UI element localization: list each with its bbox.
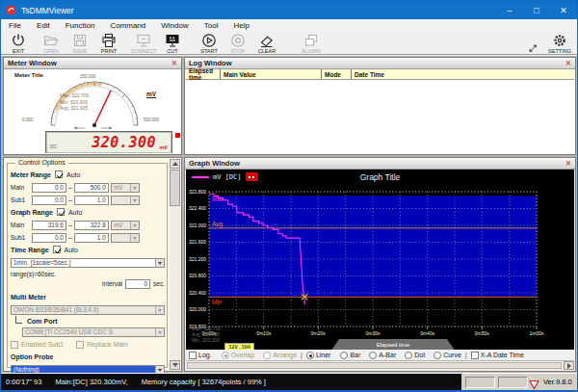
legend-series-line (192, 176, 209, 178)
toolbar-cut-button[interactable]: CUT (158, 33, 187, 54)
scroll-right-icon[interactable] (564, 361, 574, 370)
meter-range-auto-checkbox[interactable] (55, 170, 63, 178)
menu-command[interactable]: Command (102, 21, 153, 30)
scroll-up-icon[interactable] (170, 159, 180, 169)
app-icon (6, 5, 16, 15)
style-bar-radio[interactable]: Bar (340, 352, 360, 359)
chevron-down-icon[interactable] (155, 328, 164, 336)
monitor-connect-icon (136, 33, 151, 48)
graph-range-main-from[interactable]: 319.6 (32, 221, 66, 230)
maximize-button[interactable]: □ (523, 1, 550, 19)
menu-window[interactable]: Window (153, 21, 196, 30)
power-icon (11, 33, 26, 48)
control-options-scrollbar[interactable] (170, 159, 180, 370)
menu-function[interactable]: Function (58, 21, 103, 30)
toolbar-setting-button[interactable]: SETTING (547, 33, 572, 54)
close-button[interactable]: ✕ (550, 1, 577, 19)
style-dot-radio[interactable]: Dot (405, 352, 425, 359)
version-label: Ver.9.8.0 (543, 378, 572, 386)
scroll-down-icon[interactable] (170, 360, 180, 370)
svg-text:Avg: Avg (212, 221, 223, 228)
status-elapsed: 0:00'17" 93 (6, 378, 41, 386)
graph-range-sub1-unit-combo[interactable] (111, 233, 140, 243)
meter-range-main-unit-combo[interactable]: mV (111, 183, 140, 193)
time-range-preset-combo[interactable]: 1min. [1scale=5sec.] (11, 258, 165, 268)
option-probe-label: Option Probe (11, 353, 53, 360)
graph-range-sub1-from[interactable]: 0.0 (32, 233, 66, 243)
toolbar-connect-button[interactable]: CONNECT (129, 33, 158, 54)
log-col-date-time[interactable]: Date Time (351, 69, 574, 79)
meter-range-sub1-from[interactable]: 0.0 (32, 196, 66, 205)
gauge-scale-min: 0.000 (22, 118, 33, 122)
graph-range-auto-checkbox[interactable] (57, 208, 65, 216)
toolbar-resize-button[interactable] (526, 35, 539, 54)
gauge-needle (94, 91, 111, 125)
menu-help[interactable]: Help (225, 21, 256, 30)
chevron-down-icon[interactable] (130, 196, 139, 204)
log-col-main-value[interactable]: Main Value (220, 69, 321, 79)
style-abar-radio[interactable]: A-Bar (369, 352, 396, 359)
menu-bar: File Edit Function Command Window Tool H… (1, 19, 577, 32)
style-liner-radio[interactable]: Liner (306, 352, 331, 359)
meter-range-main-from[interactable]: 0.0 (32, 183, 66, 193)
meter-range-sub1-to[interactable]: 1.0 (74, 196, 109, 205)
scrollbar-thumb[interactable] (187, 362, 562, 369)
meter-range-main-to[interactable]: 500.0 (74, 183, 109, 193)
toolbar-open-button[interactable]: OPEN (37, 33, 66, 54)
resize-arrow-icon (527, 42, 539, 54)
log-col-elapsed[interactable]: Elapsed time (186, 69, 220, 79)
arrange-radio[interactable]: Arrange (263, 352, 297, 359)
time-range-auto-checkbox[interactable] (53, 246, 61, 253)
scrollbar-thumb[interactable] (170, 170, 180, 206)
close-icon[interactable]: ✕ (565, 59, 571, 67)
com-port-label: Com Port (27, 318, 58, 325)
toolbar-clear-button[interactable]: CLEAR (252, 33, 281, 54)
multi-meter-combo[interactable]: OWON B33/B35/B41 (BLE4.0) (11, 305, 165, 315)
chevron-down-icon[interactable] (155, 306, 164, 314)
graph-range-main-unit-combo[interactable]: mV (111, 221, 140, 230)
toolbar-exit-button[interactable]: EXIT (4, 33, 33, 54)
control-options-title: Control Options (15, 159, 68, 166)
floppy-icon (72, 33, 88, 48)
status-text-area: 0:00'17" 93 Main:[DC] 320.300mV, Memory … (1, 374, 461, 390)
chevron-down-icon[interactable] (130, 222, 139, 229)
toolbar-allwin-button[interactable]: ALLWIN (297, 33, 326, 54)
meter-range-sub1-unit-combo[interactable] (111, 196, 140, 205)
replace-main-checkbox[interactable] (76, 341, 84, 349)
close-icon[interactable]: ✕ (171, 59, 177, 67)
log-window: Log Window ✕ Elapsed time Main Value Mod… (184, 57, 576, 155)
svg-text:Max: Max (212, 196, 224, 202)
printer-icon (101, 33, 117, 48)
overlap-radio[interactable]: Overlap (222, 352, 255, 359)
log-checkbox[interactable]: Log. (189, 352, 212, 359)
graph-window-titlebar[interactable]: Graph Window ✕ (185, 158, 575, 170)
minimize-button[interactable]: – (496, 1, 523, 19)
display-unit: mV (159, 144, 168, 150)
graph-range-main-to[interactable]: 322.8 (74, 221, 109, 230)
log-window-titlebar[interactable]: Log Window ✕ (185, 58, 575, 69)
chevron-down-icon[interactable] (130, 234, 139, 242)
graph-range-sub1-to[interactable]: 1.0 (74, 233, 109, 243)
chevron-down-icon[interactable] (155, 259, 164, 267)
menu-file[interactable]: File (1, 21, 29, 30)
app-window: TsDMMViewer – □ ✕ File Edit Function Com… (0, 0, 578, 392)
menu-tool[interactable]: Tool (197, 21, 226, 30)
chevron-down-icon[interactable] (130, 184, 139, 192)
xa-datetime-checkbox[interactable]: X-A Date Time (471, 352, 524, 359)
menu-edit[interactable]: Edit (29, 21, 58, 30)
toolbar-print-button[interactable]: PRINT (94, 33, 123, 54)
toolbar-stop-button[interactable]: STOP (223, 33, 252, 54)
graph-hscrollbar[interactable] (186, 360, 574, 370)
log-col-mode[interactable]: Mode (321, 69, 351, 79)
interval-field[interactable]: 0 (125, 279, 150, 289)
enabled-sub1-checkbox[interactable] (11, 341, 18, 349)
com-port-combo[interactable]: COM8 [TI CC2540 USB CDC S (22, 327, 165, 337)
current-value-badge: 320.300 (224, 343, 254, 350)
toolbar-save-button[interactable]: SAVE (66, 33, 94, 54)
alert-triangle-icon (529, 377, 539, 392)
meter-window-titlebar[interactable]: Meter Window ✕ (4, 58, 181, 69)
style-curve-radio[interactable]: Curve (434, 352, 461, 359)
svg-text:0m20s: 0m20s (311, 330, 327, 336)
close-icon[interactable]: ✕ (565, 159, 571, 168)
toolbar-start-button[interactable]: START (195, 33, 223, 54)
